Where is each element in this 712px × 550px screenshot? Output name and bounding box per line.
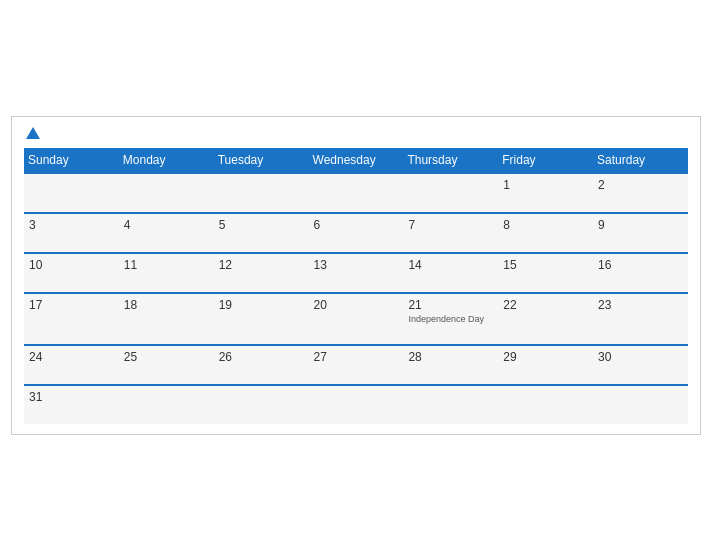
calendar-cell xyxy=(403,173,498,213)
day-number: 5 xyxy=(219,218,304,232)
calendar-cell: 21Independence Day xyxy=(403,293,498,345)
calendar-cell xyxy=(593,385,688,424)
day-header-saturday: Saturday xyxy=(593,148,688,173)
calendar-cell xyxy=(119,385,214,424)
day-header-tuesday: Tuesday xyxy=(214,148,309,173)
day-header-sunday: Sunday xyxy=(24,148,119,173)
calendar-cell: 16 xyxy=(593,253,688,293)
calendar-cell: 30 xyxy=(593,345,688,385)
calendar-cell: 23 xyxy=(593,293,688,345)
day-number: 21 xyxy=(408,298,493,312)
calendar-cell: 22 xyxy=(498,293,593,345)
calendar-cell: 13 xyxy=(309,253,404,293)
day-number: 20 xyxy=(314,298,399,312)
day-number: 26 xyxy=(219,350,304,364)
days-header-row: SundayMondayTuesdayWednesdayThursdayFrid… xyxy=(24,148,688,173)
week-row-1: 3456789 xyxy=(24,213,688,253)
day-number: 15 xyxy=(503,258,588,272)
calendar-table: SundayMondayTuesdayWednesdayThursdayFrid… xyxy=(24,148,688,424)
day-number: 18 xyxy=(124,298,209,312)
calendar-cell: 14 xyxy=(403,253,498,293)
day-number: 17 xyxy=(29,298,114,312)
calendar-cell: 29 xyxy=(498,345,593,385)
day-number: 12 xyxy=(219,258,304,272)
day-header-friday: Friday xyxy=(498,148,593,173)
day-number: 13 xyxy=(314,258,399,272)
calendar-cell: 26 xyxy=(214,345,309,385)
day-header-monday: Monday xyxy=(119,148,214,173)
day-number: 8 xyxy=(503,218,588,232)
calendar-wrapper: SundayMondayTuesdayWednesdayThursdayFrid… xyxy=(11,116,701,435)
day-number: 25 xyxy=(124,350,209,364)
logo-blue-text xyxy=(24,127,40,140)
event-label: Independence Day xyxy=(408,314,493,324)
calendar-cell: 15 xyxy=(498,253,593,293)
calendar-cell: 9 xyxy=(593,213,688,253)
day-number: 28 xyxy=(408,350,493,364)
calendar-cell: 10 xyxy=(24,253,119,293)
calendar-cell: 2 xyxy=(593,173,688,213)
day-header-thursday: Thursday xyxy=(403,148,498,173)
day-number: 22 xyxy=(503,298,588,312)
calendar-cell: 27 xyxy=(309,345,404,385)
calendar-cell: 3 xyxy=(24,213,119,253)
day-number: 30 xyxy=(598,350,683,364)
day-number: 29 xyxy=(503,350,588,364)
logo-triangle-icon xyxy=(26,127,40,139)
day-number: 2 xyxy=(598,178,683,192)
calendar-cell: 7 xyxy=(403,213,498,253)
day-number: 4 xyxy=(124,218,209,232)
day-number: 11 xyxy=(124,258,209,272)
day-header-wednesday: Wednesday xyxy=(309,148,404,173)
calendar-cell: 4 xyxy=(119,213,214,253)
calendar-cell: 19 xyxy=(214,293,309,345)
day-number: 23 xyxy=(598,298,683,312)
calendar-cell: 24 xyxy=(24,345,119,385)
calendar-cell: 8 xyxy=(498,213,593,253)
calendar-cell: 25 xyxy=(119,345,214,385)
day-number: 6 xyxy=(314,218,399,232)
calendar-cell xyxy=(214,173,309,213)
calendar-cell: 1 xyxy=(498,173,593,213)
calendar-cell: 6 xyxy=(309,213,404,253)
calendar-cell xyxy=(403,385,498,424)
day-number: 19 xyxy=(219,298,304,312)
day-number: 27 xyxy=(314,350,399,364)
logo xyxy=(24,127,40,140)
calendar-cell: 31 xyxy=(24,385,119,424)
week-row-0: 12 xyxy=(24,173,688,213)
calendar-cell xyxy=(214,385,309,424)
week-row-4: 24252627282930 xyxy=(24,345,688,385)
day-number: 24 xyxy=(29,350,114,364)
day-number: 10 xyxy=(29,258,114,272)
calendar-cell: 18 xyxy=(119,293,214,345)
day-number: 31 xyxy=(29,390,114,404)
week-row-2: 10111213141516 xyxy=(24,253,688,293)
calendar-cell xyxy=(498,385,593,424)
calendar-cell: 12 xyxy=(214,253,309,293)
calendar-cell: 28 xyxy=(403,345,498,385)
week-row-3: 1718192021Independence Day2223 xyxy=(24,293,688,345)
calendar-cell xyxy=(24,173,119,213)
calendar-cell: 17 xyxy=(24,293,119,345)
day-number: 14 xyxy=(408,258,493,272)
week-row-5: 31 xyxy=(24,385,688,424)
calendar-header xyxy=(24,127,688,140)
calendar-cell: 20 xyxy=(309,293,404,345)
calendar-cell xyxy=(309,173,404,213)
day-number: 1 xyxy=(503,178,588,192)
calendar-cell xyxy=(119,173,214,213)
calendar-cell: 11 xyxy=(119,253,214,293)
calendar-cell xyxy=(309,385,404,424)
calendar-cell: 5 xyxy=(214,213,309,253)
day-number: 16 xyxy=(598,258,683,272)
day-number: 3 xyxy=(29,218,114,232)
day-number: 9 xyxy=(598,218,683,232)
day-number: 7 xyxy=(408,218,493,232)
